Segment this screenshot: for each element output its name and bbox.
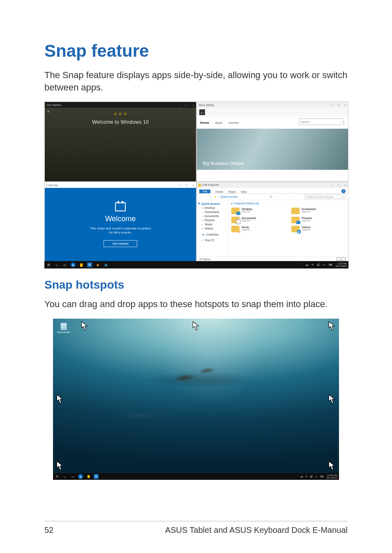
clock[interactable]: 12:09 AM6/17/2015 xyxy=(326,474,337,479)
close-icon[interactable]: × xyxy=(344,183,346,187)
carousel-dots[interactable] xyxy=(114,113,127,115)
battery-icon[interactable]: ▬ xyxy=(300,475,303,478)
taskbar[interactable]: ⊞ ⌕ ▭ e ▇ ⊠ ˄ ▬ ⚟ 🔊 ▭ ⌨ 12:09 AM6/17/201… xyxy=(53,473,339,480)
wallpaper-subject xyxy=(166,360,226,388)
nav-onedrive[interactable]: OneDrive xyxy=(206,233,219,236)
nav-quick-access[interactable]: Quick access xyxy=(201,202,220,205)
wifi-icon[interactable]: ⚟ xyxy=(311,264,314,266)
help-icon[interactable]: ? xyxy=(341,189,346,193)
window-controls[interactable]: − □ × xyxy=(331,183,346,187)
nav-fwd-icon[interactable]: → xyxy=(205,195,208,198)
tab-apps[interactable]: Apps xyxy=(215,121,222,125)
calendar-icon xyxy=(115,202,126,211)
title-calendar: Calendar xyxy=(46,184,58,187)
keyboard-icon[interactable]: ⌨ xyxy=(320,475,324,478)
hotspot-cursor-top-right xyxy=(328,321,336,331)
action-center-icon[interactable]: ▭ xyxy=(323,264,325,266)
file-explorer-icon[interactable]: ▇ xyxy=(79,262,84,267)
maximize-icon[interactable]: □ xyxy=(337,103,339,107)
volume-icon[interactable]: 🔊 xyxy=(310,475,313,478)
volume-icon[interactable]: 🔊 xyxy=(317,264,320,266)
get-started-button[interactable]: Get started xyxy=(104,240,137,247)
folder-pictures[interactable]: PicturesThis PC xyxy=(291,217,346,223)
recycle-bin[interactable]: Recycle Bin xyxy=(57,323,70,333)
wifi-icon[interactable]: ⚟ xyxy=(305,475,307,478)
minimize-icon[interactable]: − xyxy=(331,183,333,187)
nav-downloads[interactable]: Downloads xyxy=(205,211,219,213)
file-explorer-icon[interactable]: ▇ xyxy=(86,474,91,479)
folder-desktop[interactable]: DesktopThis PC xyxy=(231,208,286,214)
hotspot-cursor-right xyxy=(328,394,336,404)
search-icon[interactable]: ⌕ xyxy=(62,474,67,479)
get-started-icon[interactable]: ◆ xyxy=(95,262,100,267)
tray-chevron-icon[interactable]: ˄ xyxy=(301,264,302,266)
music-icon: ♪ xyxy=(202,223,203,226)
folder-videos[interactable]: VideosThis PC xyxy=(291,226,346,232)
folder-downloads[interactable]: DownloadsThis PC xyxy=(291,208,346,214)
chevron-down-icon[interactable]: ⌄ xyxy=(293,190,295,193)
ribbon: File Home Share View ⌄ ? xyxy=(197,188,348,194)
store-hero[interactable]: Big Business Deluxe xyxy=(197,129,348,170)
minimize-icon[interactable]: − xyxy=(179,183,181,187)
titlebar-explorer: ▇ | File Explorer − □ × xyxy=(197,182,348,188)
task-view-icon[interactable]: ▭ xyxy=(62,262,67,267)
view-toggle[interactable] xyxy=(336,257,346,261)
tab-view[interactable]: View xyxy=(241,190,247,193)
back-button[interactable]: ← xyxy=(199,109,205,115)
minimize-icon[interactable]: − xyxy=(179,103,181,107)
window-controls[interactable]: − □ × xyxy=(179,103,194,107)
search-icon[interactable]: ⌕ xyxy=(340,120,342,123)
window-store: Store (Beta) − □ × ← Home Apps Games ↓ 1… xyxy=(196,102,348,182)
close-icon[interactable]: × xyxy=(192,103,194,107)
search-icon[interactable]: ⌕ xyxy=(54,262,59,267)
keyboard-icon[interactable]: ⌨ xyxy=(329,264,332,266)
edge-icon[interactable]: e xyxy=(78,474,83,479)
maximize-icon[interactable]: □ xyxy=(337,183,339,187)
store-icon[interactable]: ⊠ xyxy=(94,474,99,479)
taskbar[interactable]: ⊞ ⌕ ▭ e ▇ ⊠ ◆ ▦ ˄ ▬ ⚟ 🔊 ▭ ⌨ 1:27 AM6/17/… xyxy=(44,261,348,268)
nav-thispc[interactable]: This PC xyxy=(204,239,214,242)
folder-music[interactable]: MusicThis PC xyxy=(231,226,286,232)
tab-file[interactable]: File xyxy=(199,190,210,193)
hamburger-icon[interactable]: ≡ xyxy=(47,109,49,113)
tab-share[interactable]: Share xyxy=(228,190,236,193)
nav-back-icon[interactable]: ← xyxy=(199,195,202,198)
tab-home[interactable]: Home xyxy=(200,121,209,125)
window-controls[interactable]: − □ × xyxy=(331,103,346,107)
para-snap-feature: The Snap feature displays apps side-by-s… xyxy=(44,69,348,93)
close-icon[interactable]: × xyxy=(344,103,346,107)
tab-games[interactable]: Games xyxy=(228,121,239,125)
battery-icon[interactable]: ▬ xyxy=(306,264,308,266)
start-icon[interactable]: ⊞ xyxy=(55,474,60,479)
nav-up-icon[interactable]: ↑ xyxy=(210,195,212,198)
nav-documents[interactable]: Documents xyxy=(204,215,219,217)
tab-home[interactable]: Home xyxy=(215,190,223,193)
calendar-icon[interactable]: ▦ xyxy=(104,262,108,267)
search-box[interactable]: Search ⌕ xyxy=(299,118,344,125)
refresh-icon[interactable]: ⟳ xyxy=(270,195,272,199)
search-box[interactable]: Search Quick access ⌕ xyxy=(304,194,346,199)
folder-documents[interactable]: DocumentsThis PC xyxy=(231,217,286,223)
store-icon[interactable]: ⊠ xyxy=(87,262,92,267)
nav-music[interactable]: Music xyxy=(205,223,212,226)
nav-desktop[interactable]: Desktop xyxy=(204,206,215,209)
desktop-icon: ▪ xyxy=(202,206,203,209)
nav-pane[interactable]: ★Quick access ▪Desktop ↓Downloads ▫Docum… xyxy=(197,200,229,257)
address-bar[interactable]: ← → ↑ ★ › Quick access ⟳ Search Quick ac… xyxy=(197,194,348,200)
task-view-icon[interactable]: ▭ xyxy=(70,474,75,479)
tray-chevron-icon[interactable]: ˄ xyxy=(297,475,298,478)
maximize-icon[interactable]: □ xyxy=(185,103,187,107)
address-text: › Quick access xyxy=(219,195,238,198)
section-frequent-folders[interactable]: ▸ Frequent folders (6) xyxy=(231,202,346,205)
maximize-icon[interactable]: □ xyxy=(185,183,187,187)
nav-pictures[interactable]: Pictures xyxy=(204,219,214,222)
window-controls[interactable]: − □ × xyxy=(179,183,194,187)
close-icon[interactable]: × xyxy=(192,183,194,187)
minimize-icon[interactable]: − xyxy=(331,103,333,107)
action-center-icon[interactable]: ▭ xyxy=(315,475,318,478)
start-icon[interactable]: ⊞ xyxy=(46,262,51,267)
clock[interactable]: 1:27 AM6/17/2015 xyxy=(336,262,347,267)
edge-icon[interactable]: e xyxy=(71,262,76,267)
nav-videos[interactable]: Videos xyxy=(204,227,213,230)
search-icon[interactable]: ⌕ xyxy=(342,195,344,198)
